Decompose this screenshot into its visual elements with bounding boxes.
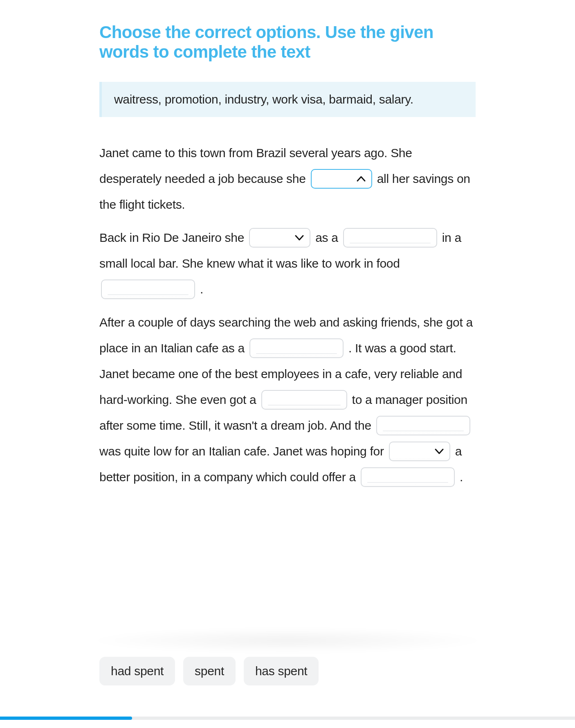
blank-input-1[interactable] (343, 228, 437, 248)
paragraph-3: After a couple of days searching the web… (99, 309, 476, 490)
paragraph-1: Janet came to this town from Brazil seve… (99, 140, 476, 217)
progress-bar (0, 717, 575, 720)
answer-option[interactable]: spent (183, 657, 236, 685)
chevron-up-icon (357, 176, 366, 182)
chevron-down-icon (435, 449, 444, 454)
select-3[interactable] (389, 442, 450, 461)
select-1[interactable] (311, 169, 372, 189)
blank-input-4[interactable] (261, 390, 347, 410)
blank-input-5[interactable] (376, 416, 470, 435)
select-2[interactable] (249, 228, 310, 248)
progress-fill (0, 717, 132, 720)
exercise-container: Choose the correct options. Use the give… (99, 23, 476, 497)
passage: Janet came to this town from Brazil seve… (99, 140, 476, 490)
text: . (460, 470, 463, 484)
text: as a (315, 231, 341, 244)
blank-input-6[interactable] (361, 467, 455, 487)
text: . (200, 282, 203, 296)
exercise-title: Choose the correct options. Use the give… (99, 23, 476, 62)
paragraph-2: Back in Rio De Janeiro she as a in a sma… (99, 225, 476, 302)
word-bank: waitress, promotion, industry, work visa… (99, 82, 476, 117)
blank-input-2[interactable] (101, 279, 195, 299)
answer-option[interactable]: has spent (244, 657, 319, 685)
text: Back in Rio De Janeiro she (99, 231, 247, 244)
text: was quite low for an Italian cafe. Janet… (99, 444, 387, 458)
word-bank-text: waitress, promotion, industry, work visa… (114, 92, 413, 106)
chevron-down-icon (295, 235, 304, 241)
blank-input-3[interactable] (249, 338, 344, 358)
answer-options-bar: had spent spent has spent (99, 657, 476, 685)
answer-option[interactable]: had spent (99, 657, 175, 685)
